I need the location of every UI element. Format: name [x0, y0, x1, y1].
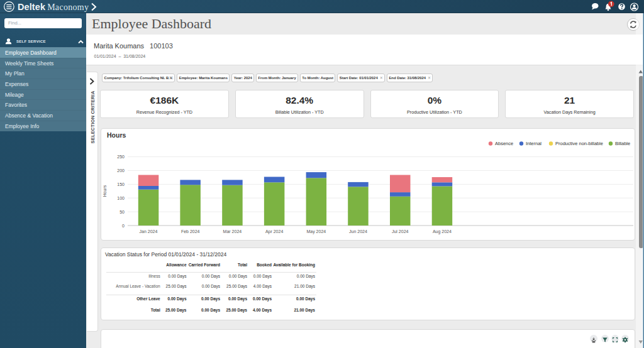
svg-text:Internal: Internal — [526, 141, 541, 146]
svg-text:Apr 2024: Apr 2024 — [265, 229, 284, 234]
svg-text:150: 150 — [117, 182, 125, 187]
svg-text:250: 250 — [117, 155, 125, 159]
svg-text:50: 50 — [119, 210, 125, 214]
svg-text:Billable: Billable — [615, 141, 630, 146]
svg-text:May 2024: May 2024 — [306, 229, 326, 234]
svg-text:Jan 2024: Jan 2024 — [140, 229, 158, 234]
svg-text:100: 100 — [117, 196, 125, 200]
svg-text:Jul 2024: Jul 2024 — [392, 229, 409, 234]
svg-text:Hours: Hours — [107, 131, 126, 139]
svg-text:Feb 2024: Feb 2024 — [181, 229, 200, 234]
svg-text:Aug 2024: Aug 2024 — [433, 229, 452, 234]
svg-text:0: 0 — [122, 224, 125, 228]
svg-text:Jun 2024: Jun 2024 — [349, 229, 367, 234]
svg-text:200: 200 — [117, 168, 125, 173]
svg-text:Absence: Absence — [495, 141, 513, 146]
svg-text:Mar 2024: Mar 2024 — [223, 229, 242, 234]
svg-text:Productive non-billable: Productive non-billable — [555, 141, 603, 146]
svg-text:Hours: Hours — [103, 185, 107, 197]
